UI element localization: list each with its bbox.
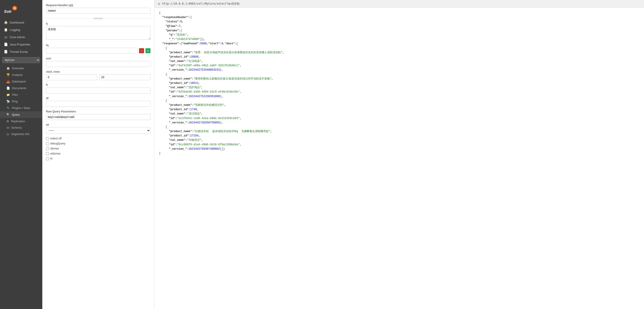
start-rows-row <box>46 74 150 80</box>
dismax-checkbox[interactable] <box>46 147 49 150</box>
core-nav-label: Plugins / Stats <box>12 106 30 110</box>
indent-off-label: indent off <box>50 137 62 140</box>
result-url: http://10.8.8.1:8983/solr/MyCore/select?… <box>162 2 240 6</box>
sidebar-item-java-properties[interactable]: 📄 Java Properties <box>0 41 42 48</box>
logo-area: Solr <box>0 0 42 19</box>
dataimport-icon: 📥 <box>6 80 10 83</box>
fq-group: fq − + <box>46 44 150 54</box>
start-rows-label: start, rows <box>46 70 150 73</box>
query-icon: 🔍 <box>6 113 10 116</box>
core-nav-label: Query <box>12 113 20 116</box>
hl-checkbox[interactable] <box>46 157 49 160</box>
raw-params-label: Raw Query Parameters <box>46 110 150 113</box>
wt-select[interactable]: ------ json xml csv python ruby <box>46 127 150 134</box>
rows-input[interactable] <box>100 74 151 80</box>
sidebar-item-thread-dump[interactable]: 📑 Thread Dump <box>0 48 42 55</box>
core-nav-segments-info[interactable]: 🗂 Segments info <box>0 131 42 137</box>
result-area: 🖥 http://10.8.8.1:8983/solr/MyCore/selec… <box>154 0 644 309</box>
plugins-icon: 🔌 <box>6 106 10 110</box>
debug-query-label: debugQuery <box>50 142 66 145</box>
sidebar-item-core-admin[interactable]: 🗂 Core Admin <box>0 33 42 41</box>
core-selector[interactable]: MyCore <box>2 57 40 63</box>
sidebar-item-logging[interactable]: 📋 Logging <box>0 26 42 33</box>
core-nav-items: 🏠 Overview 🏆 Analysis 📥 Dataimport 📄 Doc… <box>0 65 42 137</box>
core-nav-schema[interactable]: 🗃 Schema <box>0 125 42 131</box>
fq-add-button[interactable]: + <box>146 48 150 53</box>
java-properties-icon: 📄 <box>4 42 8 46</box>
sidebar-item-label: Logging <box>10 28 20 31</box>
ping-icon: 📡 <box>6 100 10 103</box>
q-input[interactable]: 洗衣机 <box>46 26 150 40</box>
files-icon: 📁 <box>6 93 10 96</box>
fl-group: fl <box>46 83 150 93</box>
edismax-label: edismax <box>50 152 60 155</box>
thread-dump-icon: 📑 <box>4 50 8 53</box>
core-nav-label: Overview <box>12 67 24 70</box>
raw-params-input[interactable] <box>46 114 150 120</box>
core-nav-query[interactable]: 🔍 Query <box>0 111 42 118</box>
df-input[interactable] <box>46 101 150 107</box>
url-icon: 🖥 <box>158 2 160 5</box>
content-area: Request-Handler (qt) common q 洗衣机 fq − +… <box>42 0 644 309</box>
core-nav-analysis[interactable]: 🏆 Analysis <box>0 71 42 78</box>
core-nav-label: Analysis <box>12 73 23 77</box>
wt-group: wt ------ json xml csv python ruby <box>46 123 150 134</box>
core-nav-label: Documents <box>12 87 26 90</box>
analysis-icon: 🏆 <box>6 73 10 77</box>
result-url-bar: 🖥 http://10.8.8.1:8983/solr/MyCore/selec… <box>154 0 644 8</box>
core-nav-overview[interactable]: 🏠 Overview <box>0 65 42 71</box>
core-nav-files[interactable]: 📁 Files <box>0 91 42 98</box>
start-rows-group: start, rows <box>46 70 150 80</box>
core-nav-replication[interactable]: ⚙ Replication <box>0 118 42 125</box>
core-nav-label: Ping <box>12 100 18 103</box>
core-nav-ping[interactable]: 📡 Ping <box>0 98 42 105</box>
hl-label: hl <box>50 157 52 160</box>
sidebar-item-label: Java Properties <box>10 43 30 46</box>
sort-label: sort <box>46 57 150 60</box>
edismax-checkbox[interactable] <box>46 152 49 155</box>
sort-group: sort <box>46 57 150 67</box>
replication-icon: ⚙ <box>6 120 9 123</box>
sort-input[interactable] <box>46 61 150 67</box>
svg-point-1 <box>14 7 16 9</box>
common-divider: common <box>46 17 150 20</box>
logging-icon: 📋 <box>4 28 8 31</box>
wt-label: wt <box>46 123 150 126</box>
sidebar-item-label: Dashboard <box>10 21 24 24</box>
core-nav-label: Files <box>12 93 18 96</box>
segments-icon: 🗂 <box>6 133 10 136</box>
edismax-row: edismax <box>46 152 150 155</box>
solr-logo-icon: Solr <box>4 4 20 15</box>
sidebar-item-label: Thread Dump <box>10 50 28 53</box>
core-nav-plugins-stats[interactable]: 🔌 Plugins / Stats <box>0 105 42 111</box>
overview-icon: 🏠 <box>6 66 10 70</box>
core-nav-label: Segments info <box>11 133 30 136</box>
dismax-row: dismax <box>46 147 150 150</box>
request-handler-input[interactable] <box>46 8 150 14</box>
result-content[interactable]: { "responseHeader":{ "status":0, "QTime"… <box>154 8 644 309</box>
fl-input[interactable] <box>46 87 150 93</box>
debug-query-checkbox[interactable] <box>46 142 49 145</box>
fq-row: − + <box>46 48 150 54</box>
fq-label: fq <box>46 44 150 47</box>
indent-off-checkbox[interactable] <box>46 137 49 140</box>
dashboard-icon: 🏠 <box>4 20 8 24</box>
svg-text:Solr: Solr <box>4 9 12 14</box>
main-content: Request-Handler (qt) common q 洗衣机 fq − +… <box>42 0 644 309</box>
core-select[interactable]: MyCore <box>2 57 40 63</box>
q-label: q <box>46 22 150 25</box>
core-admin-icon: 🗂 <box>4 35 8 39</box>
indent-off-row: indent off <box>46 137 150 140</box>
raw-params-group: Raw Query Parameters <box>46 110 150 120</box>
request-handler-label: Request-Handler (qt) <box>46 4 150 7</box>
sidebar: Solr 🏠 Dashboard 📋 Logging 🗂 Core Admin … <box>0 0 42 309</box>
query-panel: Request-Handler (qt) common q 洗衣机 fq − +… <box>42 0 154 309</box>
core-nav-dataimport[interactable]: 📥 Dataimport <box>0 78 42 85</box>
fq-input[interactable] <box>46 48 138 54</box>
sidebar-item-dashboard[interactable]: 🏠 Dashboard <box>0 19 42 26</box>
fq-remove-button[interactable]: − <box>139 48 144 53</box>
start-input[interactable] <box>46 74 97 80</box>
df-group: df <box>46 97 150 107</box>
core-nav-documents[interactable]: 📄 Documents <box>0 85 42 91</box>
fl-label: fl <box>46 83 150 87</box>
